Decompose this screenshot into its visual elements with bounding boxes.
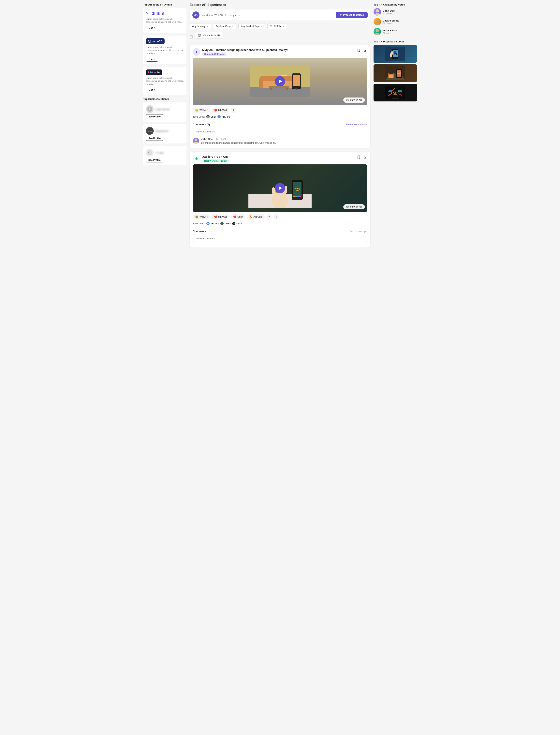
share-button-jwellery[interactable] [363,155,367,160]
svg-point-83 [376,29,379,32]
main-title: Explore AR Experiences [190,3,370,7]
creator-votes-3: 98 votes [383,32,417,34]
comment-input-myty[interactable] [193,128,367,135]
creator-item-1: John Doe 233 votes [374,8,417,16]
ar-target-icon [198,34,201,37]
project-card-jwellery: Jwellery Try on AR! Real World AR Projec… [190,152,370,247]
webar-emoji-j: 😊 [195,215,199,218]
tools-section-title: Top AR Tools on Omnia [143,3,186,6]
svg-rect-60 [293,182,302,197]
add-tag-button-jwellery[interactable]: + [273,214,279,220]
svg-text:AR: AR [207,223,209,225]
chevron-down-icon-2 [232,25,234,27]
play-button-myty[interactable] [275,76,285,86]
client-name-2: logoipsum [155,129,168,132]
dilium-name: dilium [152,11,164,16]
svg-rect-28 [269,86,289,88]
jackie-avatar [374,18,381,25]
svg-rect-65 [297,196,299,197]
echo3d-use-btn[interactable]: Use it [146,57,158,62]
creators-title: Top AR Creators by Votes [374,3,417,6]
svg-rect-89 [394,53,397,54]
play-button-jwellery[interactable] [275,183,285,193]
project-title-area-jwellery: Jwellery Try on AR! Real World AR Projec… [202,155,355,162]
clients-section-title: Top Business Clients [143,97,186,100]
svg-rect-64 [295,196,297,197]
tag-8thwall-myty[interactable]: ❤️ 8th Wall [212,108,229,113]
use-case-filter[interactable]: Any Use Case [213,23,237,29]
echo3d-desc: Lorem ipsum dolor sit amet, consectetur … [146,46,184,55]
share-icon-myty [363,49,367,52]
see-more-comments-myty[interactable]: See more comments [345,123,367,126]
tag-8thwall-jwellery[interactable]: ❤️ 8th Wall [212,214,229,219]
left-sidebar: Top AR Tools on Omnia >_dilium Lorem ips… [143,3,186,251]
creator-item-3: Gary Banks 98 votes [374,28,417,35]
top-project-thumb-2[interactable] [374,64,417,82]
chevron-down-tags-jwellery[interactable]: ▾ [266,214,272,220]
optic-name: optic [154,71,160,74]
comment-date-myty: 1 Dec, 2021 [214,138,226,140]
viewable-ar-checkbox[interactable] [190,35,193,38]
viewable-ar-btn[interactable]: Viewable in AR [195,32,223,39]
tag-webar-myty[interactable]: 😊 WebAR [193,108,210,113]
gary-avatar [374,28,381,35]
comments-header-myty: Comments (5) See more comments [193,123,367,126]
view-ar-button-jwellery[interactable]: View in AR [343,204,365,209]
url-input[interactable] [201,14,334,17]
jwellery-ar-icon [194,156,199,161]
project-header-myty: Myty AR – Interior designing experience … [193,48,367,56]
right-sidebar: Top AR Creators by Votes John Doe 233 vo… [374,3,417,251]
svg-rect-30 [286,88,288,90]
industry-filter[interactable]: Any Industry [190,23,211,29]
project-actions-jwellery [357,155,367,160]
interior-scene: View in AR [193,58,367,105]
share-button-myty[interactable] [363,48,367,53]
current-user-avatar: JD [192,11,199,19]
client-see-profile-btn-1[interactable]: See Profile [146,114,163,119]
add-tag-button-myty[interactable]: + [231,107,236,113]
tool-arcore-jwellery: AR ARCore [206,222,219,225]
john-doe-avatar-icon [193,138,199,144]
project-badge-jwellery: Real World AR Project [202,159,229,162]
svg-rect-20 [250,87,310,97]
client-logo-icon-2: logo [147,128,153,134]
tag-row-jwellery: 😊 WebAR ❤️ 8th Wall ❤️ Unity 🔥 AR Core ▾… [193,214,367,220]
client-card-1: L Logo Ipsum See Profile [143,102,186,122]
tool-card-dilium: >_dilium Lorem ipsum dolor sit amet, con… [143,8,186,33]
comments-header-jwellery: Comments No comments yet [193,230,367,233]
product-type-filter[interactable]: Any Product Type [238,23,265,29]
creator-avatar-3 [374,28,381,35]
tool-arkit-jwellery: ARK ARKit [220,222,231,225]
tag-unity-jwellery[interactable]: ❤️ Unity [231,214,245,219]
comment-entry-myty: John Doe 1 Dec, 2021 Lorem ipsum dolor s… [193,138,367,145]
client-see-profile-btn-2[interactable]: See Profile [146,136,163,141]
client-see-profile-btn-3[interactable]: See Profile [146,158,163,162]
creator-votes-1: 233 votes [383,12,417,15]
optic-desc: Lorem ipsum dolor sit amet, consectetur … [146,77,184,86]
unity-icon-myty [206,115,210,118]
bookmark-button-myty[interactable] [357,48,361,53]
bookmark-button-jwellery[interactable] [357,155,361,160]
dilium-use-btn[interactable]: Use it [146,26,158,30]
project-card-myty: Myty AR – Interior designing experience … [190,45,370,148]
top-project-thumb-1[interactable] [374,45,417,63]
svg-text:logo: logo [148,130,152,132]
echo3d-icon [148,39,151,43]
svg-rect-102 [388,73,389,78]
proceed-upload-button[interactable]: Proceed to Upload [336,12,368,18]
tool-arcore-myty: AR ARCore [217,115,230,118]
top-project-thumb-3[interactable]: ATREADOR [374,84,417,101]
comment-avatar-myty [193,138,199,144]
all-filters-button[interactable]: All Filters [267,23,286,29]
tag-arcore-jwellery[interactable]: 🔥 AR Core [247,214,265,219]
bookmark-icon-jwellery [357,155,361,159]
dilium-prompt: >_ [146,11,151,16]
comment-input-jwellery[interactable] [193,235,367,242]
arcore-emoji-j: 🔥 [249,215,252,218]
chevron-down-icon-3 [261,25,263,27]
tag-webar-jwellery[interactable]: 😊 WebAR [193,214,210,219]
optic-use-btn[interactable]: Use it [146,88,158,92]
svg-point-80 [375,13,380,16]
echo3d-name: echo3D [153,40,163,43]
dilium-desc: Lorem ipsum dolor sit amet, consectetur … [146,18,184,24]
